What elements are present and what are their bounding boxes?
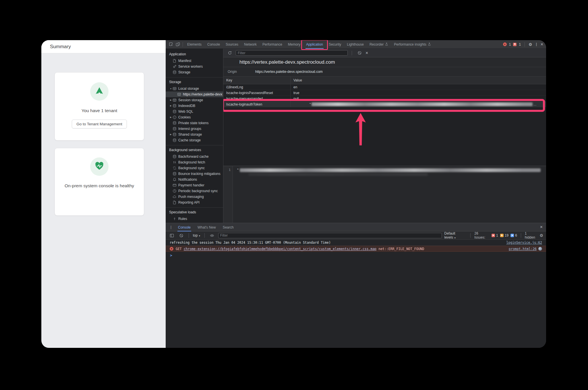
sidebar-item-shared-storage[interactable]: ▶Shared storage xyxy=(166,132,223,137)
issue-badge-group[interactable]: ⚑19 xyxy=(500,233,508,237)
issue-badge-group[interactable]: ⚑1 xyxy=(492,233,498,237)
delete-selected-icon[interactable]: × xyxy=(365,51,368,55)
sidebar-item-bounce-tracking-mitigations[interactable]: Bounce tracking mitigations xyxy=(166,171,223,177)
storage-row-i18nextlng[interactable]: i18nextLngen xyxy=(223,84,546,90)
storage-value: null xyxy=(291,96,546,101)
issue-count: 1 xyxy=(519,42,521,46)
sidebar-item-notifications[interactable]: Notifications xyxy=(166,177,223,182)
devtools-tab-recorder[interactable]: Recorder xyxy=(367,40,391,49)
close-devtools-icon[interactable]: × xyxy=(541,42,543,47)
sidebar-item-manifest[interactable]: Manifest xyxy=(166,58,223,64)
console-message: ×GET chrome-extension://bfogiafebfohielm… xyxy=(166,246,546,252)
sidebar-item-background-sync[interactable]: Background sync xyxy=(166,165,223,171)
sidebar-item-indexeddb[interactable]: ▶IndexedDB xyxy=(166,103,223,109)
sidebar-item-periodic-background-sync[interactable]: Periodic background sync xyxy=(166,188,223,194)
source-link[interactable]: prompt.html:26 xyxy=(509,247,537,251)
sidebar-item-label: https://vertex.palette-devx xyxy=(183,92,222,96)
devtools-tab-security[interactable]: Security xyxy=(326,40,344,49)
devtools-tab-network[interactable]: Network xyxy=(241,40,260,49)
tab-label: Network xyxy=(244,42,257,46)
console-link[interactable]: chrome-extension://bfogiafebfohielmmehod… xyxy=(184,247,377,251)
storage-url-title: https://vertex.palette-devx.spectrocloud… xyxy=(223,57,546,67)
clear-all-icon[interactable] xyxy=(356,50,363,56)
drawer-tab-console[interactable]: Console xyxy=(175,223,194,231)
devtools-tab-memory[interactable]: Memory xyxy=(285,40,303,49)
issue-badge-group[interactable]: ⚑6 xyxy=(510,233,517,237)
drawer-tab-what-s-new[interactable]: What's New xyxy=(194,223,219,231)
drawer-menu-icon[interactable]: ⋮ xyxy=(169,225,173,229)
preview-content[interactable]: " xyxy=(233,166,546,223)
table-icon xyxy=(177,92,181,96)
devtools-tab-application[interactable]: Application xyxy=(303,40,326,49)
sidebar-item-background-fetch[interactable]: Background fetch xyxy=(166,159,223,165)
cookie-icon xyxy=(173,115,177,119)
settings-gear-icon[interactable]: ⚙ xyxy=(529,42,532,46)
source-link[interactable]: loginService.js:62 xyxy=(506,241,542,245)
console-prompt[interactable]: > xyxy=(166,252,546,259)
devtools-tab-console[interactable]: Console xyxy=(204,40,223,49)
health-card: On-prem system console is healthy xyxy=(55,148,144,216)
devtools-tab-sources[interactable]: Sources xyxy=(223,40,241,49)
go-to-tenant-management-button[interactable]: Go to Tenant Management xyxy=(72,120,127,128)
refresh-icon[interactable] xyxy=(226,50,233,56)
more-options-icon[interactable]: ⋮ xyxy=(535,42,538,46)
sidebar-item-https-vertex-palette-devx[interactable]: https://vertex.palette-devx xyxy=(166,91,223,97)
chevron-down-icon: ▼ xyxy=(198,235,200,237)
flask-icon xyxy=(385,42,388,47)
sidebar-item-payment-handler[interactable]: Payment handler xyxy=(166,182,223,188)
sidebar-item-private-state-tokens[interactable]: Private state tokens xyxy=(166,120,223,126)
devtools-tab-lighthouse[interactable]: Lighthouse xyxy=(344,40,367,49)
app-window: Summary You have 1 tenant Go to Tenant M… xyxy=(41,40,546,348)
eye-icon[interactable] xyxy=(209,232,215,239)
file-icon xyxy=(173,59,177,63)
heart-pulse-icon xyxy=(94,161,105,172)
console-sidebar-icon[interactable] xyxy=(169,232,175,239)
storage-table-header: Key Value xyxy=(223,77,546,84)
sidebar-item-reporting-api[interactable]: Reporting API xyxy=(166,200,223,205)
console-filter-input[interactable] xyxy=(218,233,442,238)
devtools-tab-performance[interactable]: Performance xyxy=(260,40,285,49)
sidebar-item-service-workers[interactable]: Service workers xyxy=(166,64,223,69)
issues-badge-icon[interactable]: ⚑ xyxy=(513,43,517,46)
log-levels-dropdown[interactable]: Default levels▼ xyxy=(444,231,467,239)
sidebar-item-cache-storage[interactable]: Cache storage xyxy=(166,137,223,143)
device-toolbar-icon[interactable] xyxy=(174,41,181,48)
sidebar-item-web-sql[interactable]: Web SQL xyxy=(166,109,223,114)
value-column-header[interactable]: Value xyxy=(291,78,302,82)
context-selector[interactable]: top▼ xyxy=(193,233,201,237)
devtools-tab-performance-insights[interactable]: Performance insights xyxy=(391,40,434,49)
devtools-tab-elements[interactable]: Elements xyxy=(184,40,204,49)
toolbar-divider xyxy=(189,233,189,238)
storage-row-lscache-loginispasswordreset[interactable]: lscache-loginisPasswordResettrue xyxy=(223,90,546,96)
issues-summary-label[interactable]: 26 Issues: xyxy=(474,231,489,239)
key-column-header[interactable]: Key xyxy=(223,77,291,84)
message-fragment: GET xyxy=(176,247,184,251)
clear-console-icon[interactable] xyxy=(178,232,184,239)
card-icon xyxy=(173,183,177,187)
inspect-element-icon[interactable] xyxy=(167,41,174,48)
error-badge-icon[interactable]: × xyxy=(503,42,507,46)
sidebar-item-push-messaging[interactable]: Push messaging xyxy=(166,194,223,200)
chevron-down-icon: ▼ xyxy=(454,237,456,239)
sidebar-item-local-storage[interactable]: ▼Local storage xyxy=(166,86,223,91)
storage-table-rows: i18nextLngenlscache-loginisPasswordReset… xyxy=(223,84,546,166)
sidebar-item-rules[interactable]: Rules xyxy=(166,216,223,222)
storage-row-lscache-loginauthtoken[interactable]: lscache-loginauthToken"... xyxy=(223,102,546,107)
expander-icon: ▶ xyxy=(169,133,173,136)
sidebar-item-storage[interactable]: Storage xyxy=(166,69,223,75)
database-icon xyxy=(173,127,177,131)
console-toolbar-right: Default levels▼ 26 Issues: ⚑1⚑19⚑6 1 hid… xyxy=(444,231,543,239)
sidebar-item-interest-groups[interactable]: Interest groups xyxy=(166,126,223,132)
sidebar-item-back-forward-cache[interactable]: Back/forward cache xyxy=(166,154,223,159)
sidebar-item-cookies[interactable]: ▶Cookies xyxy=(166,114,223,120)
sidebar-item-label: Local storage xyxy=(178,87,199,91)
tenant-message: You have 1 tenant xyxy=(78,108,121,113)
console-settings-icon[interactable]: ⚙ xyxy=(539,233,543,237)
storage-filter-input[interactable] xyxy=(236,50,348,56)
sidebar-item-session-storage[interactable]: ▶Session storage xyxy=(166,97,223,103)
close-drawer-icon[interactable]: × xyxy=(540,225,543,229)
console-message: refreshing the session Thu Jan 04 2024 1… xyxy=(166,240,546,246)
drawer-tab-search[interactable]: Search xyxy=(219,223,237,231)
storage-key: lscache-loginauthToken xyxy=(223,102,291,107)
storage-row-lscache-menuexpanded[interactable]: lscache-menuexpandednull xyxy=(223,96,546,102)
